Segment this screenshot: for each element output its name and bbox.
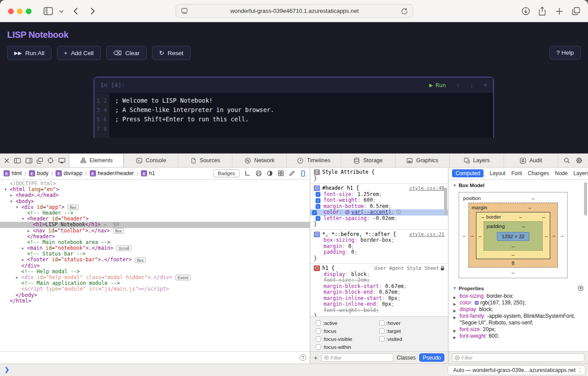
computed-filter[interactable] bbox=[452, 353, 584, 362]
forward-button[interactable] bbox=[87, 6, 98, 16]
computed-filter-input[interactable] bbox=[461, 355, 582, 360]
pseudo-button[interactable]: Pseudo bbox=[419, 353, 444, 362]
dom-tree-row[interactable]: </html> bbox=[0, 298, 310, 304]
pseudo-class-checkbox[interactable]: :focus bbox=[316, 328, 379, 334]
disclosure-arrow-icon[interactable]: ▼ bbox=[22, 216, 27, 222]
edit-pencil-icon[interactable] bbox=[289, 170, 295, 176]
help-button[interactable]: ? Help bbox=[549, 46, 581, 60]
disclosure-arrow-icon[interactable]: ▶ bbox=[22, 245, 27, 251]
pseudo-class-checkbox[interactable]: :active bbox=[316, 320, 379, 326]
css-property-row[interactable]: box-sizing: border-box; bbox=[314, 237, 444, 244]
tab-layers[interactable]: Layers bbox=[449, 154, 504, 167]
box-model-border[interactable]: –border–– – padding– 1292 × 32 – bbox=[476, 212, 550, 259]
property-checkbox[interactable]: ✓ bbox=[316, 192, 320, 197]
new-tab-icon[interactable] bbox=[554, 6, 564, 16]
badges-button[interactable]: Badges bbox=[213, 169, 240, 177]
css-property-row[interactable]: margin-block-start: 0.67em; bbox=[314, 284, 444, 290]
tab-computed[interactable]: Computed bbox=[452, 169, 484, 177]
disclosure-arrow-icon[interactable]: ▶ bbox=[10, 192, 16, 198]
box-model-section-header[interactable]: ▼Box Model bbox=[448, 180, 588, 189]
minimize-window-button[interactable] bbox=[17, 8, 23, 14]
dom-tree-row[interactable]: </body> bbox=[0, 292, 310, 298]
sidebar-icon[interactable] bbox=[43, 6, 53, 16]
tab-font[interactable]: Font bbox=[511, 170, 522, 176]
element-picker-icon[interactable] bbox=[47, 157, 54, 164]
disclosure-arrow-icon[interactable]: ▼ bbox=[16, 204, 21, 210]
url-text[interactable]: wonderful-grass-039e46710.1.azurestatica… bbox=[188, 8, 400, 14]
properties-section-header[interactable]: ▼ Properties bbox=[448, 283, 588, 292]
dock-left-icon[interactable] bbox=[14, 157, 21, 164]
run-cell-button[interactable]: ▶Run bbox=[429, 82, 446, 88]
add-rule-icon[interactable]: + bbox=[314, 354, 318, 361]
close-inspector-icon[interactable] bbox=[4, 157, 10, 164]
styles-scrollbar[interactable] bbox=[444, 188, 447, 215]
reset-button[interactable]: ↻Reset bbox=[152, 46, 191, 60]
expand-chevron-icon[interactable]: ❯ bbox=[4, 366, 9, 373]
tab-overview-icon[interactable] bbox=[571, 6, 581, 16]
pseudo-class-checkbox[interactable]: :focus-within bbox=[316, 344, 379, 350]
computed-scrollbar[interactable] bbox=[584, 182, 587, 216]
property-checkbox[interactable]: ✓ bbox=[316, 198, 320, 203]
box-model-margin[interactable]: margin– – –border–– – padding– 1292 × 32 bbox=[468, 203, 558, 268]
tab-changes[interactable]: Changes bbox=[528, 170, 549, 176]
help-circle-icon[interactable]: ? bbox=[300, 354, 306, 361]
grid-overlay-icon[interactable] bbox=[278, 170, 284, 176]
css-property-row[interactable]: padding: 0; bbox=[314, 249, 444, 256]
delete-cell-icon[interactable]: × bbox=[484, 82, 487, 88]
breadcrumb-item[interactable]: html bbox=[12, 170, 22, 176]
downloads-icon[interactable] bbox=[520, 6, 531, 16]
search-icon[interactable] bbox=[564, 157, 570, 164]
tab-audit[interactable]: Audit bbox=[504, 154, 558, 167]
styles-filter[interactable] bbox=[321, 353, 393, 362]
tab-elements[interactable]: Elements bbox=[69, 154, 124, 167]
disclosure-arrow-icon[interactable]: ▼ bbox=[10, 199, 16, 204]
add-cell-button[interactable]: +Add Cell bbox=[57, 46, 101, 60]
tab-timelines[interactable]: Timelines bbox=[286, 154, 340, 167]
color-swatch[interactable] bbox=[475, 301, 479, 305]
breadcrumb-item[interactable]: div#app bbox=[64, 170, 82, 176]
appearance-icon[interactable] bbox=[267, 170, 273, 176]
back-button[interactable] bbox=[70, 6, 81, 16]
move-cell-down-icon[interactable]: ↓ bbox=[470, 82, 473, 88]
pseudo-class-checkbox[interactable]: :focus-visible bbox=[316, 336, 379, 342]
css-property-row[interactable]: font-weight: bold; bbox=[314, 308, 444, 314]
breadcrumb-item[interactable]: h1 bbox=[149, 170, 155, 176]
css-property-row[interactable]: ✓letter-spacing: -0.02em; bbox=[314, 216, 444, 222]
tab-layout[interactable]: Layout bbox=[489, 170, 505, 176]
address-bar[interactable]: wonderful-grass-039e46710.1.azurestatica… bbox=[176, 4, 413, 18]
stylesheet-link[interactable]: style.css:21 bbox=[409, 232, 444, 238]
move-cell-up-icon[interactable]: ↑ bbox=[456, 82, 460, 88]
css-property-row[interactable]: ✓font-size: 1.25rem; bbox=[314, 192, 444, 198]
stylesheet-link[interactable]: style.css:48 bbox=[409, 185, 444, 192]
margin-bottom-value[interactable]: 8 bbox=[469, 259, 557, 267]
css-property-row[interactable]: margin: 0; bbox=[314, 244, 444, 250]
computed-property-row[interactable]: ▶color: rgb(167, 139, 250); bbox=[448, 300, 584, 306]
box-model-padding[interactable]: padding– 1292 × 32 – bbox=[484, 221, 543, 251]
dom-tree-row[interactable]: ▶<head>…</head> bbox=[0, 192, 310, 198]
css-property-row[interactable]: ✓margin-bottom: 0.5rem; bbox=[314, 204, 444, 210]
pseudo-class-checkbox[interactable]: :visited bbox=[379, 336, 443, 342]
device-settings-icon[interactable] bbox=[58, 157, 65, 164]
disclosure-arrow-icon[interactable]: ▶ bbox=[16, 275, 21, 280]
ruler-icon[interactable] bbox=[244, 170, 251, 176]
settings-gear-icon[interactable] bbox=[576, 157, 583, 164]
computed-property-row[interactable]: ▶font-size: 20px; bbox=[448, 326, 584, 333]
css-property-row[interactable]: ✓color: var(--accent);ⓘ bbox=[310, 209, 448, 216]
chevron-down-icon[interactable] bbox=[56, 6, 67, 16]
computed-property-row[interactable]: ▶display: block; bbox=[448, 306, 584, 313]
property-checkbox[interactable]: ✓ bbox=[316, 204, 320, 209]
zoom-window-button[interactable] bbox=[26, 8, 32, 14]
tab-storage[interactable]: Storage bbox=[341, 154, 395, 167]
properties-filter-icon[interactable] bbox=[578, 285, 584, 291]
css-property-row[interactable]: font-size: 2em; bbox=[314, 277, 444, 284]
property-checkbox[interactable]: ✓ bbox=[316, 216, 320, 221]
pseudo-class-checkbox[interactable]: :hover bbox=[379, 320, 443, 326]
device-frame-icon[interactable] bbox=[300, 170, 306, 177]
box-model-content[interactable]: 1292 × 32 bbox=[497, 232, 529, 241]
dock-right-icon[interactable] bbox=[25, 157, 32, 164]
dom-tree-row[interactable]: <script type="module" src="js/main.js"><… bbox=[0, 286, 310, 292]
dom-tree-row[interactable]: ▶<div id="help-modal" class="modal hidde… bbox=[0, 275, 310, 280]
layout-badge[interactable]: Scroll bbox=[116, 245, 132, 251]
run-all-button[interactable]: ▶▶Run All bbox=[7, 46, 52, 60]
share-icon[interactable] bbox=[537, 6, 548, 16]
